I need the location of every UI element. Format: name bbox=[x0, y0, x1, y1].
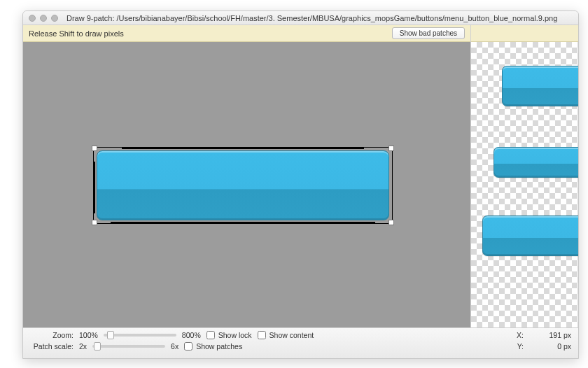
preview-area[interactable] bbox=[471, 42, 578, 327]
patch-marker-left[interactable] bbox=[94, 162, 95, 213]
patch-marker-bottom[interactable] bbox=[111, 222, 375, 223]
shift-hint: Release Shift to draw pixels bbox=[29, 29, 385, 38]
patch-scale-slider-thumb[interactable] bbox=[94, 342, 101, 351]
patch-scale-label: Patch scale: bbox=[30, 342, 74, 351]
minimize-icon[interactable] bbox=[40, 15, 47, 22]
show-lock-checkbox[interactable]: Show lock bbox=[206, 331, 252, 339]
zoom-slider-thumb[interactable] bbox=[107, 331, 114, 339]
x-readout: 191 px bbox=[529, 331, 571, 339]
y-readout: 0 px bbox=[529, 342, 571, 351]
preview-toolbar bbox=[471, 25, 578, 42]
patch-max: 6x bbox=[171, 342, 178, 351]
preview-sample bbox=[482, 215, 578, 256]
close-icon[interactable] bbox=[29, 15, 36, 22]
zoom-min: 100% bbox=[79, 331, 98, 339]
show-patches-input[interactable] bbox=[184, 342, 192, 351]
traffic-lights bbox=[29, 15, 58, 22]
show-content-checkbox[interactable]: Show content bbox=[258, 331, 314, 339]
preview-sample bbox=[502, 66, 578, 106]
handle-bottom-left[interactable] bbox=[92, 220, 97, 225]
show-content-label: Show content bbox=[270, 331, 314, 339]
show-lock-input[interactable] bbox=[206, 331, 215, 339]
handle-top-left[interactable] bbox=[92, 146, 97, 151]
titlebar[interactable]: Draw 9-patch: /Users/bibianabayer/Bibsi/… bbox=[23, 11, 578, 25]
editor-toolbar: Release Shift to draw pixels Show bad pa… bbox=[23, 25, 470, 42]
zoom-max: 800% bbox=[182, 331, 201, 339]
preview-sample bbox=[493, 147, 578, 178]
status-row-patch: Patch scale: 2x 6x Show patches Y: 0 px bbox=[30, 342, 571, 351]
zoom-slider[interactable] bbox=[104, 334, 176, 337]
zoom-icon[interactable] bbox=[51, 15, 58, 22]
patch-marker-top[interactable] bbox=[122, 148, 364, 149]
preview-pane bbox=[471, 25, 578, 327]
patch-scale-slider[interactable] bbox=[92, 345, 165, 348]
asset-bounds[interactable] bbox=[93, 147, 393, 224]
show-patches-label: Show patches bbox=[196, 342, 242, 351]
window: Draw 9-patch: /Users/bibianabayer/Bibsi/… bbox=[22, 10, 579, 359]
show-patches-checkbox[interactable]: Show patches bbox=[184, 342, 242, 351]
y-label: Y: bbox=[517, 342, 524, 351]
editor-pane: Release Shift to draw pixels Show bad pa… bbox=[23, 25, 471, 327]
nine-patch-asset bbox=[97, 150, 389, 220]
handle-bottom-right[interactable] bbox=[388, 220, 394, 225]
x-label: X: bbox=[517, 331, 524, 339]
show-bad-patches-button[interactable]: Show bad patches bbox=[392, 27, 465, 39]
window-title: Draw 9-patch: /Users/bibianabayer/Bibsi/… bbox=[66, 14, 557, 22]
status-row-zoom: Zoom: 100% 800% Show lock Show content X… bbox=[30, 331, 571, 339]
statusbar: Zoom: 100% 800% Show lock Show content X… bbox=[23, 327, 578, 358]
show-lock-label: Show lock bbox=[218, 331, 252, 339]
zoom-label: Zoom: bbox=[30, 331, 74, 339]
patch-min: 2x bbox=[79, 342, 87, 351]
content: Release Shift to draw pixels Show bad pa… bbox=[23, 25, 578, 327]
show-content-input[interactable] bbox=[258, 331, 266, 339]
editor-canvas[interactable] bbox=[23, 42, 470, 327]
handle-top-right[interactable] bbox=[388, 146, 394, 151]
